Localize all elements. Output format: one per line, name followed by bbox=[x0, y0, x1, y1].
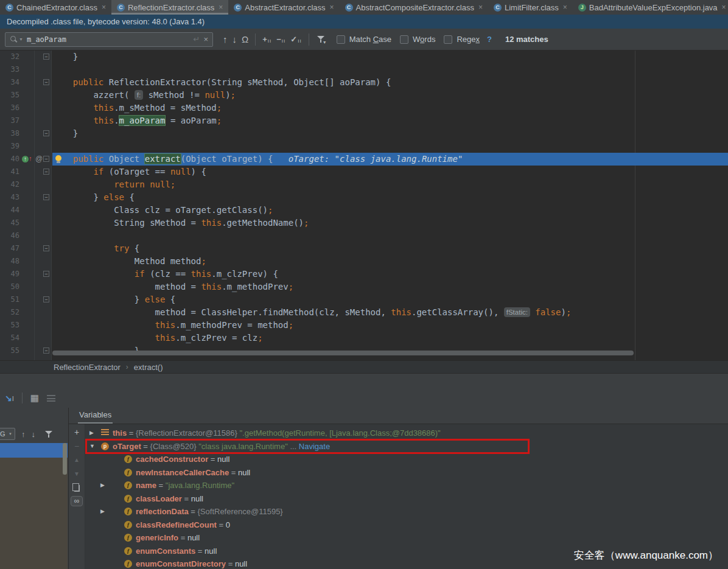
view-options-icon[interactable] bbox=[47, 395, 55, 402]
close-icon[interactable]: × bbox=[563, 3, 567, 12]
line-number-37[interactable]: 37 bbox=[0, 114, 19, 127]
words-checkbox[interactable] bbox=[400, 35, 408, 44]
fold-marker[interactable]: − bbox=[43, 54, 49, 60]
line-number-51[interactable]: 51 bbox=[0, 293, 19, 306]
previous-occurrence-icon[interactable]: ↑ bbox=[220, 34, 230, 44]
layout-grid-icon[interactable]: ▦ bbox=[30, 393, 39, 403]
variable-row-reflectiondata[interactable]: ▶freflectionData = {SoftReference@11595} bbox=[85, 505, 728, 518]
remove-watch-icon[interactable]: − bbox=[74, 441, 79, 451]
line-number-50[interactable]: 50 bbox=[0, 281, 19, 293]
variable-row-classloader[interactable]: fclassLoader = null bbox=[85, 492, 728, 505]
fold-marker[interactable]: − bbox=[43, 194, 49, 200]
add-selection-icon[interactable]: +II bbox=[260, 35, 274, 44]
fold-marker[interactable]: − bbox=[43, 296, 49, 302]
close-icon[interactable]: × bbox=[478, 3, 483, 12]
line-number-32[interactable]: 32 bbox=[0, 51, 19, 63]
line-number-33[interactable]: 33 bbox=[0, 63, 19, 76]
line-number-42[interactable]: 42 bbox=[0, 178, 19, 191]
fold-marker[interactable]: − bbox=[43, 347, 49, 354]
line-number-43[interactable]: 43 bbox=[0, 191, 19, 204]
fold-marker[interactable]: − bbox=[43, 79, 49, 85]
breadcrumb-method[interactable]: extract() bbox=[134, 363, 163, 372]
close-icon[interactable]: × bbox=[722, 3, 726, 12]
variable-row-cachedconstructor[interactable]: fcachedConstructor = null bbox=[85, 453, 728, 466]
variable-row-newinstancecallercache[interactable]: fnewInstanceCallerCache = null bbox=[85, 466, 728, 479]
next-occurrence-icon[interactable]: ↓ bbox=[230, 34, 240, 44]
line-number-41[interactable]: 41 bbox=[0, 166, 19, 178]
line-number-48[interactable]: 48 bbox=[0, 255, 19, 268]
regex-checkbox[interactable] bbox=[444, 35, 452, 44]
close-icon[interactable]: × bbox=[219, 3, 223, 12]
move-watch-up-icon[interactable]: ▲ bbox=[74, 455, 80, 465]
line-number-47[interactable]: 47 bbox=[0, 242, 19, 255]
expand-icon[interactable]: ▶ bbox=[100, 505, 105, 518]
clear-search-icon[interactable]: × bbox=[203, 35, 208, 44]
line-number-52[interactable]: 52 bbox=[0, 306, 19, 319]
thread-dropdown[interactable]: G▼ bbox=[0, 428, 15, 440]
search-history-chevron-icon[interactable]: ▼ bbox=[19, 37, 23, 41]
collapse-icon[interactable]: ▼ bbox=[89, 440, 95, 453]
line-number-39[interactable]: 39 bbox=[0, 140, 19, 153]
line-number-49[interactable]: 49 bbox=[0, 268, 19, 281]
overrides-method-icon[interactable]: ↑ bbox=[22, 156, 29, 162]
variable-row-classredefinedcount[interactable]: fclassRedefinedCount = 0 bbox=[85, 518, 728, 531]
fold-marker[interactable]: − bbox=[43, 156, 49, 162]
horizontal-scrollbar[interactable] bbox=[52, 351, 634, 355]
line-number-35[interactable]: 35 bbox=[0, 89, 19, 102]
newline-icon[interactable]: ↵ bbox=[194, 35, 200, 44]
fold-marker[interactable]: − bbox=[43, 271, 49, 277]
selected-frame-row[interactable] bbox=[0, 443, 68, 458]
move-watch-down-icon[interactable]: ▼ bbox=[74, 469, 80, 479]
tab-abstractcompositeextractor-class[interactable]: CAbstractCompositeExtractor.class× bbox=[340, 0, 488, 15]
remove-selection-icon[interactable]: −II bbox=[274, 35, 288, 44]
tab-reflectionextractor-class[interactable]: CReflectionExtractor.class× bbox=[111, 0, 228, 15]
tab-limitfilter-class[interactable]: CLimitFilter.class× bbox=[488, 0, 573, 15]
variable-row-otarget[interactable]: ▼poTarget = {Class@520} "class java.lang… bbox=[85, 440, 728, 453]
search-input[interactable]: ▼ m_aoParam ↵ × bbox=[5, 32, 213, 47]
select-all-occurrences-icon[interactable]: ✓II bbox=[288, 35, 304, 44]
close-icon[interactable]: × bbox=[102, 3, 106, 12]
fold-marker[interactable]: − bbox=[43, 245, 49, 251]
line-number-53[interactable]: 53 bbox=[0, 319, 19, 332]
line-number-40[interactable]: 40 bbox=[0, 153, 19, 166]
tab-variables[interactable]: Variables bbox=[78, 408, 113, 424]
navigate-link[interactable]: Navigate bbox=[299, 442, 330, 451]
duplicate-watch-icon[interactable] bbox=[74, 485, 80, 492]
variable-row-name[interactable]: ▶fname = "java.lang.Runtime" bbox=[85, 479, 728, 492]
frames-scrollbar[interactable] bbox=[63, 443, 67, 475]
regex-help-icon[interactable]: ? bbox=[487, 35, 492, 44]
code-editor[interactable]: 32− }3334− public ReflectionExtractor(St… bbox=[0, 51, 728, 360]
fold-marker[interactable]: − bbox=[43, 130, 49, 136]
filter-search-icon[interactable]: ▼ bbox=[317, 35, 325, 44]
frame-up-icon[interactable]: ↑ bbox=[21, 430, 26, 439]
breadcrumb-class[interactable]: ReflectionExtractor bbox=[54, 363, 121, 372]
expand-icon[interactable]: ▶ bbox=[89, 427, 94, 439]
line-number-36[interactable]: 36 bbox=[0, 102, 19, 114]
expand-icon[interactable]: ▶ bbox=[100, 479, 105, 492]
regex-label[interactable]: Regex bbox=[457, 35, 480, 44]
show-watches-icon[interactable]: ∞ bbox=[71, 496, 83, 506]
line-number-46[interactable]: 46 bbox=[0, 229, 19, 242]
variable-row-this[interactable]: ▶this = {ReflectionExtractor@11586} ".ge… bbox=[85, 427, 728, 439]
match-case-label[interactable]: Match Case bbox=[349, 35, 391, 44]
line-number-45[interactable]: 45 bbox=[0, 217, 19, 229]
search-icon[interactable] bbox=[10, 35, 18, 43]
find-all-icon[interactable]: Ω bbox=[239, 34, 251, 44]
tab-badattributevalueexpexception-java[interactable]: JBadAttributeValueExpException.java× bbox=[573, 0, 728, 15]
line-number-44[interactable]: 44 bbox=[0, 204, 19, 217]
match-case-checkbox[interactable] bbox=[337, 35, 345, 44]
frame-down-icon[interactable]: ↓ bbox=[32, 430, 36, 439]
line-number-34[interactable]: 34 bbox=[0, 76, 19, 89]
tab-abstractextractor-class[interactable]: CAbstractExtractor.class× bbox=[228, 0, 339, 15]
line-number-38[interactable]: 38 bbox=[0, 127, 19, 140]
add-watch-icon[interactable]: + bbox=[74, 427, 79, 437]
hide-frames-filter-icon[interactable] bbox=[44, 430, 53, 439]
fold-marker[interactable]: − bbox=[43, 169, 49, 175]
line-number-54[interactable]: 54 bbox=[0, 332, 19, 344]
variable-row-genericinfo[interactable]: fgenericInfo = null bbox=[85, 531, 728, 544]
run-to-cursor-icon[interactable]: ↘I bbox=[5, 393, 14, 403]
words-label[interactable]: Words bbox=[413, 35, 435, 44]
tab-chainedextractor-class[interactable]: CChainedExtractor.class× bbox=[0, 0, 111, 15]
search-query-text[interactable]: m_aoParam bbox=[27, 35, 190, 44]
line-number-55[interactable]: 55 bbox=[0, 344, 19, 357]
